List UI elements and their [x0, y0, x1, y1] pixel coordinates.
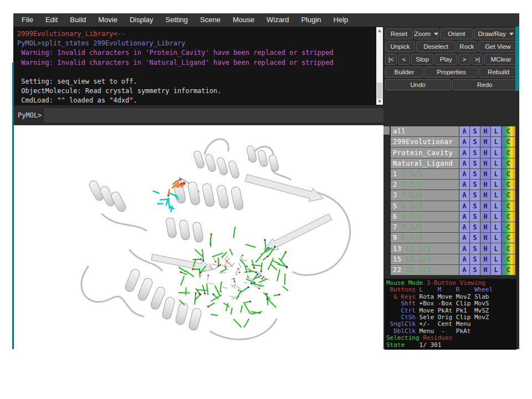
l-menu-button[interactable]: L: [490, 147, 501, 157]
l-menu-button[interactable]: L: [490, 243, 501, 253]
redo-button[interactable]: Redo: [452, 79, 518, 90]
l-menu-button[interactable]: L: [490, 190, 501, 200]
scroll-down-icon[interactable]: [376, 98, 383, 105]
h-menu-button[interactable]: H: [480, 222, 490, 232]
s-menu-button[interactable]: S: [469, 147, 480, 157]
orient-button[interactable]: Orient: [440, 28, 473, 39]
s-menu-button[interactable]: S: [469, 126, 480, 136]
rock-button[interactable]: Rock: [457, 41, 477, 52]
s-menu-button[interactable]: S: [469, 254, 480, 264]
l-menu-button[interactable]: L: [490, 137, 501, 147]
object-name-3[interactable]: 33 1/1: [391, 190, 459, 200]
btn-button[interactable]: |<: [385, 54, 397, 65]
object-name-5[interactable]: 55 1/1: [391, 201, 459, 211]
l-menu-button[interactable]: L: [490, 212, 501, 222]
h-menu-button[interactable]: H: [480, 212, 490, 222]
a-menu-button[interactable]: A: [459, 265, 469, 275]
s-menu-button[interactable]: S: [469, 265, 480, 275]
a-menu-button[interactable]: A: [459, 222, 469, 232]
a-menu-button[interactable]: A: [459, 243, 469, 253]
object-name-protein-cavity[interactable]: Protein_Cavity: [391, 147, 459, 157]
l-menu-button[interactable]: L: [490, 158, 501, 168]
h-menu-button[interactable]: H: [480, 126, 490, 136]
s-menu-button[interactable]: S: [469, 201, 480, 211]
s-menu-button[interactable]: S: [469, 212, 480, 222]
l-menu-button[interactable]: L: [490, 180, 501, 190]
h-menu-button[interactable]: H: [480, 158, 490, 168]
s-menu-button[interactable]: S: [469, 180, 480, 190]
c-menu-button[interactable]: C: [501, 265, 515, 275]
reset-button[interactable]: Reset: [385, 28, 413, 39]
l-menu-button[interactable]: L: [490, 265, 501, 275]
c-menu-button[interactable]: C: [501, 190, 515, 200]
c-menu-button[interactable]: C: [501, 137, 515, 147]
s-menu-button[interactable]: S: [469, 169, 480, 179]
a-menu-button[interactable]: A: [459, 201, 469, 211]
object-name-all[interactable]: all: [391, 126, 459, 136]
a-menu-button[interactable]: A: [459, 147, 469, 157]
c-menu-button[interactable]: C: [501, 201, 515, 211]
h-menu-button[interactable]: H: [480, 243, 490, 253]
a-menu-button[interactable]: A: [459, 254, 469, 264]
properties-button[interactable]: Properties: [424, 66, 478, 78]
l-menu-button[interactable]: L: [490, 201, 501, 211]
h-menu-button[interactable]: H: [480, 180, 490, 190]
a-menu-button[interactable]: A: [459, 137, 469, 147]
h-menu-button[interactable]: H: [480, 265, 490, 275]
l-menu-button[interactable]: L: [490, 169, 501, 179]
a-menu-button[interactable]: A: [459, 169, 469, 179]
menu-wizard[interactable]: Wizard: [260, 13, 295, 27]
c-menu-button[interactable]: C: [501, 212, 515, 222]
s-menu-button[interactable]: S: [469, 222, 480, 232]
undo-button[interactable]: Undo: [385, 79, 451, 90]
object-name-13[interactable]: 1313 1/1: [391, 243, 459, 253]
object-name-22[interactable]: 2222 1/1: [391, 265, 459, 275]
l-menu-button[interactable]: L: [490, 233, 501, 243]
builder-button[interactable]: Builder: [385, 66, 423, 78]
console-scrollbar[interactable]: [376, 27, 383, 105]
c-menu-button[interactable]: C: [501, 243, 515, 253]
menu-display[interactable]: Display: [124, 13, 160, 27]
object-name-7[interactable]: 77 1/1: [391, 222, 459, 232]
rebuild-button[interactable]: Rebuild: [479, 66, 518, 78]
l-menu-button[interactable]: L: [490, 222, 501, 232]
btn-button[interactable]: >: [458, 54, 470, 65]
menu-movie[interactable]: Movie: [92, 13, 124, 27]
menu-mouse[interactable]: Mouse: [227, 13, 260, 27]
menu-build[interactable]: Build: [64, 13, 92, 27]
c-menu-button[interactable]: C: [501, 254, 515, 264]
btn-button[interactable]: >|: [472, 54, 483, 65]
unpick-button[interactable]: Unpick: [385, 41, 415, 52]
object-name-6[interactable]: 66 1/1: [391, 212, 459, 222]
a-menu-button[interactable]: A: [459, 233, 469, 243]
menu-scene[interactable]: Scene: [194, 13, 227, 27]
btn-button[interactable]: <: [398, 54, 410, 65]
l-menu-button[interactable]: L: [490, 126, 501, 136]
get-view-button[interactable]: Get View: [478, 41, 518, 52]
menu-setting[interactable]: Setting: [160, 13, 194, 27]
command-input[interactable]: [44, 109, 391, 122]
s-menu-button[interactable]: S: [469, 233, 480, 243]
zoom-button[interactable]: Zoom: [414, 28, 439, 39]
menu-edit[interactable]: Edit: [39, 13, 64, 27]
c-menu-button[interactable]: C: [501, 126, 515, 136]
s-menu-button[interactable]: S: [469, 158, 480, 168]
menu-file[interactable]: File: [16, 13, 39, 27]
object-name-9[interactable]: 99 1/1: [391, 233, 459, 243]
scrollbar-thumb[interactable]: [377, 83, 382, 99]
h-menu-button[interactable]: H: [480, 190, 490, 200]
h-menu-button[interactable]: H: [480, 233, 490, 243]
l-menu-button[interactable]: L: [490, 254, 501, 264]
c-menu-button[interactable]: C: [501, 233, 515, 243]
s-menu-button[interactable]: S: [469, 137, 480, 147]
object-name-2[interactable]: 22 1/1: [391, 180, 459, 190]
s-menu-button[interactable]: S: [469, 190, 480, 200]
menu-help[interactable]: Help: [328, 13, 355, 27]
c-menu-button[interactable]: C: [501, 180, 515, 190]
c-menu-button[interactable]: C: [501, 147, 515, 157]
deselect-button[interactable]: Deselect: [416, 41, 456, 52]
h-menu-button[interactable]: H: [480, 254, 490, 264]
a-menu-button[interactable]: A: [459, 158, 469, 168]
c-menu-button[interactable]: C: [501, 222, 515, 232]
object-name-299evolutionar[interactable]: 299Evolutionar: [391, 137, 459, 147]
